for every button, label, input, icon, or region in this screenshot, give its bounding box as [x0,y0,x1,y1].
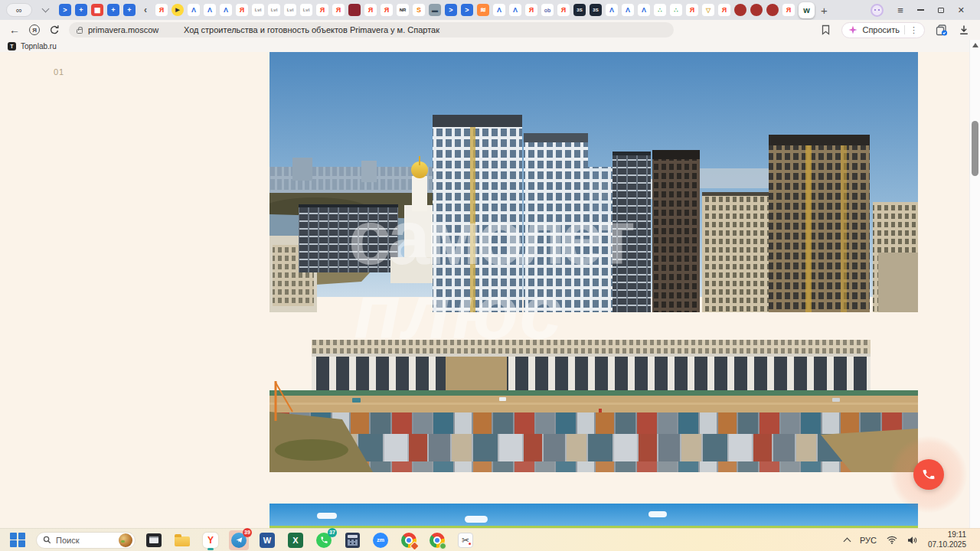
volume-icon[interactable] [907,536,918,545]
ask-alice-button[interactable]: Спросить ⋮ [841,22,925,38]
tab-favicon[interactable]: S [413,4,425,16]
tab-favicon[interactable]: + [75,4,87,16]
tab-favicon[interactable]: Я [316,4,328,16]
tab-favicon[interactable]: Я [718,4,730,16]
cloud-shape [465,516,488,523]
wifi-icon[interactable] [887,536,897,544]
menu-icon[interactable]: ≡ [897,5,903,16]
tab-favicon[interactable]: w [799,2,815,18]
scissors-icon: ✂ [458,533,473,548]
taskbar-file-explorer[interactable] [172,530,192,550]
tray-time: 19:11 [928,530,966,540]
taskbar-snipping-tool[interactable]: ✂ [456,530,475,550]
scrollbar[interactable] [969,40,980,528]
search-highlight-image[interactable] [119,533,132,547]
taskbar-calculator[interactable] [342,530,362,550]
refresh-icon[interactable] [49,24,60,35]
tab-strip-tabs: >+▦++‹Я▶ΛΛΛЯLvlLvlLvlLvlЯЯЯЯNRS▬>>≋ΛΛЯob… [59,2,815,18]
tab-favicon[interactable] [348,4,361,16]
tab-favicon[interactable]: ▬ [429,4,441,16]
tab-favicon[interactable]: ∴ [654,4,666,16]
tab-favicon[interactable]: + [123,4,136,16]
bookmark-icon[interactable] [821,24,831,35]
close-button[interactable]: ✕ [958,5,965,15]
tab-favicon[interactable] [734,4,746,16]
window-controls: ≡ ✕ [871,4,974,17]
taskbar-whatsapp[interactable]: 37 [314,530,334,550]
tab-favicon[interactable]: Lvl [300,4,312,16]
tab-favicon[interactable]: ∴ [670,4,682,16]
taskbar-search[interactable]: Поиск [36,532,136,549]
tab-favicon[interactable]: Λ [606,4,618,16]
tab-favicon[interactable]: Я [525,4,537,16]
tab-favicon[interactable]: ▶ [172,4,184,16]
scroll-up-icon[interactable] [972,43,978,47]
tab-favicon[interactable]: + [107,4,119,16]
yandex-home-icon[interactable]: Я [29,24,40,35]
tab-favicon[interactable]: ‹ [139,4,152,16]
overlay-badge-icon [410,541,420,551]
tab-favicon[interactable]: Lvl [284,4,296,16]
tab-counter-button[interactable]: ∞ [6,3,32,17]
scrollbar-thumb[interactable] [972,121,978,176]
taskbar-word[interactable]: W [257,530,277,550]
tab-favicon[interactable]: Я [557,4,570,16]
tab-favicon[interactable] [766,4,779,16]
taskbar-chrome-1[interactable] [399,530,419,550]
collections-icon[interactable] [936,24,948,36]
new-tab-button[interactable]: + [821,4,828,17]
taskbar-excel[interactable]: X [286,530,305,550]
tab-favicon[interactable]: Я [782,4,795,16]
tab-favicon[interactable]: ▽ [702,4,714,16]
tab-favicon[interactable]: ▦ [91,4,103,16]
more-options-icon[interactable]: ⋮ [910,25,918,35]
tab-favicon[interactable]: > [461,4,473,16]
tab-favicon[interactable] [750,4,763,16]
tab-favicon[interactable]: Lvl [252,4,264,16]
tray-date: 07.10.2025 [928,540,966,550]
tab-favicon[interactable]: > [445,4,457,16]
tab-favicon[interactable]: 3S [590,4,602,16]
tray-expand-icon[interactable] [843,537,851,545]
chevron-down-icon[interactable] [42,5,50,13]
callback-phone-button[interactable] [913,459,944,490]
taskbar-zoom[interactable]: zm [371,530,390,550]
back-button[interactable]: ← [9,24,20,35]
tab-favicon[interactable]: Я [236,4,248,16]
tab-favicon[interactable]: NR [397,4,409,16]
taskbar-app-dark[interactable] [144,530,164,550]
running-indicator [207,548,214,550]
taskbar-telegram[interactable]: 39 [229,530,249,550]
app-window-icon [146,533,162,547]
tab-favicon[interactable]: ≋ [477,4,489,16]
profile-avatar[interactable] [871,4,884,17]
bookmark-item[interactable]: Topnlab.ru [21,42,57,51]
tab-favicon[interactable]: Я [155,4,168,16]
tab-favicon[interactable]: ob [541,4,554,16]
taskbar-chrome-2[interactable] [427,530,447,550]
tab-favicon[interactable]: Я [332,4,345,16]
tab-favicon[interactable]: Λ [638,4,650,16]
start-button[interactable] [8,530,28,550]
address-bar[interactable]: primavera.moscow Ход строительства и гот… [69,22,674,37]
tab-favicon[interactable]: Λ [204,4,216,16]
language-indicator[interactable]: РУС [860,536,877,545]
taskbar-clock[interactable]: 19:11 07.10.2025 [928,530,966,549]
tab-favicon[interactable]: Λ [622,4,634,16]
taskbar-yandex-browser[interactable]: Y [201,530,220,550]
tab-favicon[interactable]: Λ [493,4,505,16]
restore-button[interactable] [938,8,944,13]
tab-favicon[interactable]: > [59,4,71,16]
tab-favicon[interactable]: Λ [509,4,521,16]
bookmarks-bar: T Topnlab.ru [0,40,980,52]
tab-favicon[interactable]: Я [686,4,698,16]
minimize-button[interactable] [917,9,924,11]
tab-favicon[interactable]: Λ [220,4,232,16]
tab-favicon[interactable]: Λ [188,4,200,16]
tab-favicon[interactable]: Я [381,4,393,16]
download-icon[interactable] [959,24,969,35]
tab-favicon[interactable]: Lvl [268,4,280,16]
tab-favicon[interactable]: 3S [573,4,586,16]
chrome-icon [430,533,445,548]
tab-favicon[interactable]: Я [364,4,377,16]
